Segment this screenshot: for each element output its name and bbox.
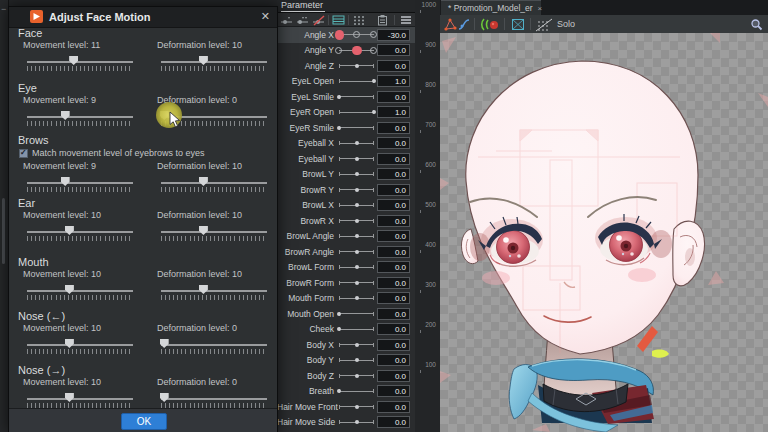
parameter-row[interactable]: BrowL Y0.0 bbox=[277, 167, 415, 183]
parameter-row[interactable]: BrowR Angle0.0 bbox=[277, 244, 415, 260]
parameter-row[interactable]: BrowR Form0.0 bbox=[277, 275, 415, 291]
parameter-value-input[interactable]: 0.0 bbox=[377, 261, 410, 273]
parameter-value-input[interactable]: 0.0 bbox=[377, 44, 410, 56]
dot-grid-icon[interactable] bbox=[352, 14, 365, 26]
parameter-row[interactable]: Mouth Form0.0 bbox=[277, 291, 415, 307]
slider-knob[interactable] bbox=[355, 405, 359, 409]
collapse-icon[interactable]: − bbox=[1, 4, 6, 14]
parameter-slider[interactable] bbox=[339, 61, 374, 71]
parameter-row[interactable]: Breath0.0 bbox=[277, 384, 415, 400]
parameter-value-input[interactable]: 0.0 bbox=[377, 292, 410, 304]
tab-parameter[interactable]: Parameter bbox=[281, 0, 325, 12]
parameter-row[interactable]: BrowL Angle0.0 bbox=[277, 229, 415, 245]
parameter-slider[interactable] bbox=[339, 30, 374, 40]
parameter-value-input[interactable]: 0.0 bbox=[377, 153, 410, 165]
slider-knob[interactable] bbox=[355, 234, 359, 238]
slider-handle[interactable] bbox=[199, 285, 208, 294]
keyframe-slider-icon[interactable] bbox=[280, 14, 293, 26]
level-slider[interactable] bbox=[161, 393, 267, 401]
level-slider[interactable] bbox=[27, 111, 133, 119]
slider-knob[interactable] bbox=[355, 358, 359, 362]
parameter-slider[interactable] bbox=[339, 324, 374, 334]
parameter-row[interactable]: EyeR Smile0.0 bbox=[277, 120, 415, 136]
mesh-edit-icon[interactable] bbox=[443, 18, 457, 31]
parameter-slider[interactable] bbox=[339, 107, 374, 117]
parameter-slider[interactable] bbox=[339, 123, 374, 133]
parameter-row[interactable]: Body X0.0 bbox=[277, 337, 415, 353]
slider-knob[interactable] bbox=[372, 79, 376, 83]
parameter-slider[interactable] bbox=[339, 309, 374, 319]
tab-close-icon[interactable]: × bbox=[538, 4, 543, 13]
keyframe-slider2-icon[interactable] bbox=[296, 14, 309, 26]
parameter-row[interactable]: Eyeball Y0.0 bbox=[277, 151, 415, 167]
parameter-row[interactable]: Body Y0.0 bbox=[277, 353, 415, 369]
clipboard-icon[interactable] bbox=[376, 14, 389, 26]
slider-handle[interactable] bbox=[69, 56, 78, 65]
parameter-value-input[interactable]: 1.0 bbox=[377, 106, 410, 118]
level-slider[interactable] bbox=[161, 56, 267, 64]
parameter-slider[interactable] bbox=[339, 216, 374, 226]
keyframe-dot-active[interactable] bbox=[352, 46, 361, 55]
parameter-slider[interactable] bbox=[339, 45, 374, 55]
parameter-row[interactable]: Hair Move Side0.0 bbox=[277, 415, 415, 431]
parameter-row[interactable]: Cheek0.0 bbox=[277, 322, 415, 338]
slider-handle[interactable] bbox=[199, 226, 208, 235]
parameter-value-input[interactable]: 0.0 bbox=[377, 199, 410, 211]
menu-icon[interactable] bbox=[400, 14, 412, 26]
slider-handle[interactable] bbox=[61, 177, 70, 186]
parameter-value-input[interactable]: 0.0 bbox=[377, 401, 410, 413]
parameter-slider[interactable] bbox=[339, 76, 374, 86]
parameter-value-input[interactable]: 0.0 bbox=[377, 370, 410, 382]
parameter-row[interactable]: BrowR Y0.0 bbox=[277, 182, 415, 198]
level-slider[interactable] bbox=[27, 393, 133, 401]
parameter-slider[interactable] bbox=[339, 278, 374, 288]
slider-handle[interactable] bbox=[65, 226, 74, 235]
parameter-row[interactable]: EyeR Open1.0 bbox=[277, 105, 415, 121]
parameter-row[interactable]: Mouth Open0.0 bbox=[277, 306, 415, 322]
parameter-slider[interactable] bbox=[339, 185, 374, 195]
scrollbar-thumb[interactable] bbox=[2, 198, 5, 264]
parameter-slider[interactable] bbox=[339, 154, 374, 164]
parameter-slider[interactable] bbox=[339, 231, 374, 241]
slider-knob[interactable] bbox=[355, 250, 359, 254]
parameter-value-input[interactable]: 0.0 bbox=[377, 215, 410, 227]
solo-label[interactable]: Solo bbox=[557, 19, 575, 29]
slider-knob[interactable] bbox=[355, 141, 359, 145]
parameter-value-input[interactable]: 1.0 bbox=[377, 75, 410, 87]
parameter-slider[interactable] bbox=[339, 371, 374, 381]
parameter-row[interactable]: Eyeball X0.0 bbox=[277, 136, 415, 152]
parameter-slider[interactable] bbox=[339, 247, 374, 257]
slider-knob[interactable] bbox=[337, 95, 341, 99]
keyframe-delete-icon[interactable] bbox=[312, 14, 325, 26]
checkbox-checked-icon[interactable] bbox=[19, 149, 28, 158]
parameter-slider[interactable] bbox=[339, 402, 374, 412]
level-slider[interactable] bbox=[27, 285, 133, 293]
parameter-value-input[interactable]: 0.0 bbox=[377, 60, 410, 72]
slider-knob[interactable] bbox=[337, 126, 341, 130]
slider-handle[interactable] bbox=[199, 177, 208, 186]
parameter-value-input[interactable]: 0.0 bbox=[377, 385, 410, 397]
grid-off-icon[interactable] bbox=[535, 18, 553, 32]
parameter-value-input[interactable]: 0.0 bbox=[377, 277, 410, 289]
slider-knob[interactable] bbox=[355, 64, 359, 68]
keyframe-dot[interactable] bbox=[353, 31, 360, 38]
bounds-icon[interactable] bbox=[511, 18, 525, 31]
slider-knob[interactable] bbox=[355, 172, 359, 176]
curve-icon[interactable] bbox=[458, 18, 471, 31]
parameter-row[interactable]: Angle Z0.0 bbox=[277, 58, 415, 74]
parameter-value-input[interactable]: 0.0 bbox=[377, 91, 410, 103]
slider-handle[interactable] bbox=[160, 393, 169, 402]
slider-knob[interactable] bbox=[355, 188, 359, 192]
slider-handle[interactable] bbox=[199, 56, 208, 65]
parameter-row[interactable]: Hair Move Front0.0 bbox=[277, 399, 415, 415]
parameter-slider[interactable] bbox=[339, 169, 374, 179]
parameter-row[interactable]: BrowL Form0.0 bbox=[277, 260, 415, 276]
slider-knob[interactable] bbox=[355, 281, 359, 285]
slider-knob[interactable] bbox=[372, 110, 376, 114]
parameter-row[interactable]: EyeL Smile0.0 bbox=[277, 89, 415, 105]
slider-knob[interactable] bbox=[337, 327, 341, 331]
slider-knob[interactable] bbox=[355, 296, 359, 300]
parameter-row[interactable]: Body Z0.0 bbox=[277, 368, 415, 384]
parameter-value-input[interactable]: 0.0 bbox=[377, 339, 410, 351]
parameter-slider[interactable] bbox=[339, 293, 374, 303]
